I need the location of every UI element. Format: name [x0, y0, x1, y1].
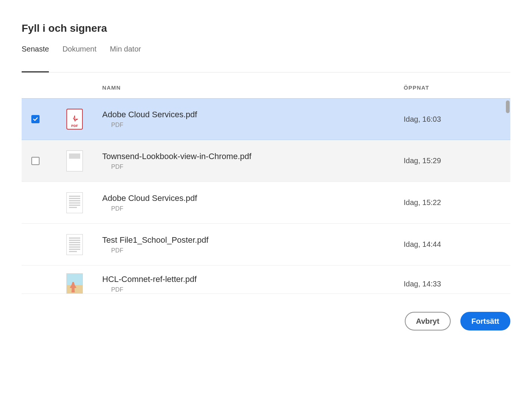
tab-recent[interactable]: Senaste [22, 45, 49, 72]
pdf-file-icon: PDF [66, 109, 83, 130]
file-name: Adobe Cloud Services.pdf [102, 193, 404, 203]
file-name: Test File1_School_Poster.pdf [102, 235, 404, 245]
checkmark-icon [33, 117, 38, 122]
table-row[interactable]: PDF Adobe Cloud Services.pdf PDF Idag, 1… [22, 98, 510, 140]
document-thumbnail-icon [66, 192, 83, 213]
file-rows: PDF Adobe Cloud Services.pdf PDF Idag, 1… [22, 98, 510, 294]
table-row[interactable]: Test File1_School_Poster.pdf PDF Idag, 1… [22, 224, 510, 266]
table-row[interactable]: Townsend-Lookbook-view-in-Chrome.pdf PDF… [22, 140, 510, 182]
file-opened: Idag, 15:22 [404, 198, 510, 207]
column-header-opened[interactable]: ÖPPNAT [404, 84, 510, 91]
file-table: NAMN ÖPPNAT [22, 72, 510, 294]
tab-my-computer[interactable]: Min dator [110, 45, 141, 72]
file-opened: Idag, 16:03 [404, 115, 510, 124]
file-type: PDF [102, 164, 404, 170]
file-type: PDF [102, 205, 404, 212]
file-name: Townsend-Lookbook-view-in-Chrome.pdf [102, 152, 404, 161]
table-header: NAMN ÖPPNAT [22, 72, 510, 98]
file-opened: Idag, 14:44 [404, 240, 510, 249]
cancel-button[interactable]: Avbryt [405, 312, 451, 330]
dialog-footer: Avbryt Fortsätt [22, 294, 510, 330]
document-thumbnail-icon [66, 273, 83, 294]
document-thumbnail-icon [66, 150, 83, 171]
row-checkbox[interactable] [31, 157, 40, 165]
file-type: PDF [102, 286, 404, 293]
file-opened: Idag, 15:29 [404, 156, 510, 165]
table-row[interactable]: Adobe Cloud Services.pdf PDF Idag, 15:22 [22, 182, 510, 224]
file-name: Adobe Cloud Services.pdf [102, 110, 404, 120]
file-type: PDF [102, 247, 404, 254]
scrollbar-thumb[interactable] [506, 100, 510, 113]
pdf-badge-label: PDF [71, 124, 78, 128]
source-tabs: Senaste Dokument Min dator [22, 45, 510, 72]
table-row[interactable]: HCL-Comnet-ref-letter.pdf PDF Idag, 14:3… [22, 266, 510, 294]
file-type: PDF [102, 122, 404, 128]
row-checkbox[interactable] [31, 115, 40, 123]
document-thumbnail-icon [66, 234, 83, 255]
dialog-title: Fyll i och signera [22, 22, 510, 34]
column-header-name[interactable]: NAMN [102, 84, 404, 91]
acrobat-icon [71, 115, 79, 123]
tab-documents[interactable]: Dokument [62, 45, 96, 72]
file-opened: Idag, 14:33 [404, 280, 510, 288]
continue-button[interactable]: Fortsätt [460, 312, 510, 330]
file-name: HCL-Comnet-ref-letter.pdf [102, 274, 404, 284]
